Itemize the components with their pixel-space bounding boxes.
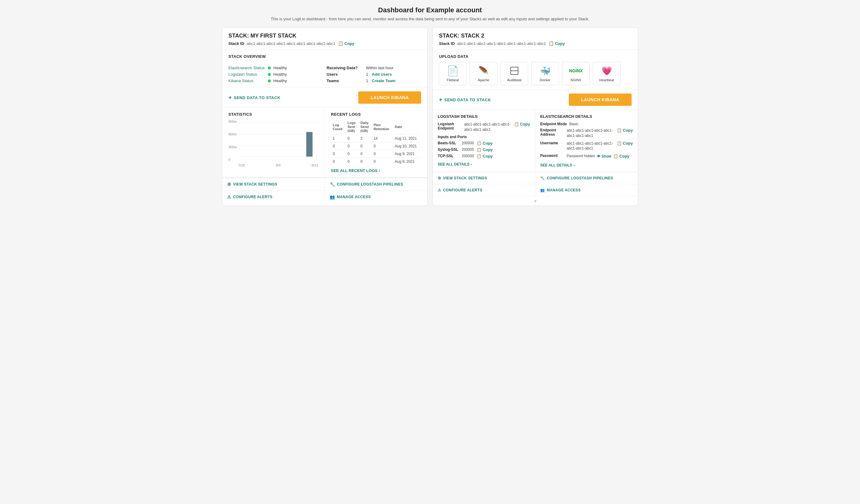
nginx-icon: NGINX [570, 65, 582, 76]
stack2-header: STACK: STACK 2 Stack ID abc1-abc1-abc1-a… [433, 28, 638, 50]
show-password-button[interactable]: 👁 Show [597, 154, 611, 158]
stack1-info-list: Receiving Data? Within last hour Users 1… [327, 66, 421, 83]
chart-labels: 7/29 8/4 8/11 [228, 163, 318, 167]
username-copy-button[interactable]: 📋 Copy [617, 141, 633, 146]
col-logs-sent: LogsSent(GB) [346, 120, 359, 134]
endpoint-address-item: EndpointAddress abc1-abc1-abc1-abc1-abc1… [540, 128, 633, 139]
wrench-icon: 🔧 [330, 182, 335, 187]
tcp-ssl-copy-button[interactable]: 📋 Copy [476, 154, 493, 158]
logstash-details-section: LOGSTASH DETAILS LogstashEndpoint abc1-a… [433, 110, 535, 172]
stack2-configure-logstash-button[interactable]: 🔧 CONFIGURE LOGSTASH PIPELINES [535, 172, 638, 184]
stack1-name: STACK: MY FIRST STACK [228, 33, 421, 39]
copy-icon: 📋 [617, 128, 622, 133]
statistics-title: STATISTICS [228, 112, 318, 117]
status-item-elasticsearch: Elasticsearch Status Healthy [228, 66, 323, 70]
elasticsearch-status-dot [268, 67, 271, 70]
info-users: Users 1 Add Users [327, 72, 421, 77]
stack2-launch-kibana-button[interactable]: LAUNCH KIBANA [569, 93, 632, 106]
upload-heartbeat[interactable]: 💗 Heartbeat [593, 62, 620, 85]
port-syslog-ssl: Syslog-SSL 200000 📋 Copy [438, 147, 530, 152]
upload-docker[interactable]: 🐳 Docker [531, 62, 559, 85]
chevron-down-icon[interactable]: ∨ [534, 199, 537, 203]
filebeat-icon: 📄 [447, 65, 458, 76]
table-row: 0000Aug 9, 2021 [331, 150, 421, 158]
stack2-bottom-row: ∨ [433, 196, 638, 205]
username-item: Username abc1-abc1-abc1-abc1-abc1-abc1-a… [540, 141, 633, 152]
stack1-id-row: Stack ID abc1-abc1-abc1-abc1-abc1-abc1-a… [228, 41, 421, 46]
endpoint-address-copy-button[interactable]: 📋 Copy [617, 128, 633, 133]
view-stack-settings-button[interactable]: ⚙ VIEW STACK SETTINGS [222, 178, 325, 190]
inputs-ports-title: Inputs and Ports [438, 135, 530, 139]
stack2-action-row: ✈ SEND DATA TO STACK LAUNCH KIBANA [433, 90, 638, 110]
stack2-manage-access-button[interactable]: 👥 MANAGE ACCESS [535, 184, 638, 196]
upload-icons-grid: 📄 Filebeat 🪶 Apache [439, 62, 632, 85]
kibana-status-dot [268, 80, 271, 83]
status-item-kibana: Kibana Status Healthy [228, 78, 323, 83]
add-users-link[interactable]: Add Users [372, 72, 392, 77]
upload-data-title: UPLOAD DATA [439, 54, 632, 59]
stack2-id-value: abc1-abc1-abc1-abc1-abc1-abc1-abc1-abc1-… [457, 41, 546, 46]
stack1-overview: STACK OVERVIEW Elasticsearch Status Heal… [222, 50, 427, 88]
create-team-link[interactable]: Create Team [372, 78, 396, 83]
syslog-ssl-copy-button[interactable]: 📋 Copy [476, 147, 493, 152]
stack1-send-data-button[interactable]: ✈ SEND DATA TO STACK [228, 96, 281, 100]
see-all-logstash-link[interactable]: SEE ALL DETAILS › [438, 162, 472, 167]
stack2-footer: ⚙ VIEW STACK SETTINGS 🔧 CONFIGURE LOGSTA… [433, 172, 638, 196]
upload-auditbeat[interactable]: Auditbeat [501, 62, 528, 85]
stack1-action-row: ✈ SEND DATA TO STACK LAUNCH KIBANA [222, 88, 427, 108]
page-title: Dashboard for Example account [222, 6, 638, 14]
see-all-es-link[interactable]: SEE ALL DETAILS › [540, 163, 575, 168]
col-date: Date [393, 120, 421, 134]
col-log-count: LogCount [331, 120, 346, 134]
stack1-header: STACK: MY FIRST STACK Stack ID abc1-abc1… [222, 28, 427, 50]
table-row: 10214Aug 11, 2021 [331, 134, 421, 142]
upload-nginx[interactable]: NGINX NGINX [562, 62, 590, 85]
copy-icon: 📋 [613, 154, 618, 158]
kibana-status-link[interactable]: Kibana Status [228, 78, 265, 83]
users-icon: 👥 [540, 188, 545, 192]
upload-apache[interactable]: 🪶 Apache [470, 62, 498, 85]
gear-icon: ⚙ [227, 182, 231, 187]
auditbeat-icon [509, 65, 520, 76]
stack1-copy-button[interactable]: 📋 Copy [338, 41, 355, 46]
stack2-view-settings-button[interactable]: ⚙ VIEW STACK SETTINGS [433, 172, 535, 184]
logstash-endpoint-copy-button[interactable]: 📋 Copy [514, 122, 530, 127]
beats-ssl-copy-button[interactable]: 📋 Copy [476, 141, 493, 146]
port-beats-ssl: Beats-SSL 200000 📋 Copy [438, 141, 530, 146]
table-row: 0000Aug 10, 2021 [331, 142, 421, 150]
chart-svg [238, 120, 318, 163]
copy-icon: 📋 [617, 141, 622, 146]
stack2-name: STACK: STACK 2 [439, 33, 632, 39]
apache-icon: 🪶 [478, 65, 489, 76]
logstash-status-link[interactable]: Logstash Status [228, 72, 265, 77]
stack2-send-data-button[interactable]: ✈ SEND DATA TO STACK [439, 98, 491, 102]
stack1-launch-kibana-button[interactable]: LAUNCH KIBANA [358, 91, 421, 104]
recent-logs-title: RECENT LOGS [331, 112, 421, 117]
stack1-id-label: Stack ID [228, 41, 244, 46]
svg-rect-4 [306, 132, 312, 157]
configure-alerts-button[interactable]: ⚠ CONFIGURE ALERTS [222, 190, 325, 203]
stack2-id-label: Stack ID [439, 41, 455, 46]
stack1-card: STACK: MY FIRST STACK Stack ID abc1-abc1… [222, 27, 428, 206]
stack2-copy-button[interactable]: 📋 Copy [548, 41, 565, 46]
elasticsearch-status-link[interactable]: Elasticsearch Status [228, 66, 265, 70]
stack2-configure-alerts-button[interactable]: ⚠ CONFIGURE ALERTS [433, 184, 535, 196]
col-retention: PlanRetention [372, 120, 393, 134]
gear-icon: ⚙ [438, 176, 441, 180]
heartbeat-icon: 💗 [601, 65, 612, 76]
endpoint-address-value: abc1-abc1-abc1-abc1-abc1-abc1-abc1-abc1 [567, 128, 615, 139]
upload-filebeat[interactable]: 📄 Filebeat [439, 62, 467, 85]
password-item: Password Password hidden 👁 Show 📋 Copy [540, 154, 633, 159]
copy-icon: 📋 [476, 141, 482, 146]
logs-header-row: LogCount LogsSent(GB) DailySend(GB) Plan… [331, 120, 421, 134]
password-copy-button[interactable]: 📋 Copy [613, 154, 629, 158]
users-icon: 👥 [330, 195, 335, 199]
configure-logstash-pipelines-button[interactable]: 🔧 CONFIGURE LOGSTASH PIPELINES [325, 178, 427, 190]
logs-table: LogCount LogsSent(GB) DailySend(GB) Plan… [331, 120, 421, 165]
manage-access-button[interactable]: 👥 MANAGE ACCESS [325, 190, 427, 203]
see-all-logs-link[interactable]: SEE ALL RECENT LOGS › [331, 168, 380, 173]
kibana-status-text: Healthy [273, 78, 287, 83]
stack1-overview-title: STACK OVERVIEW [228, 54, 421, 59]
logstash-status-dot [268, 73, 271, 76]
stack1-id-value: abc1-abc1-abc1-abc1-abc1-abc1-abc1-abc1-… [246, 41, 335, 46]
